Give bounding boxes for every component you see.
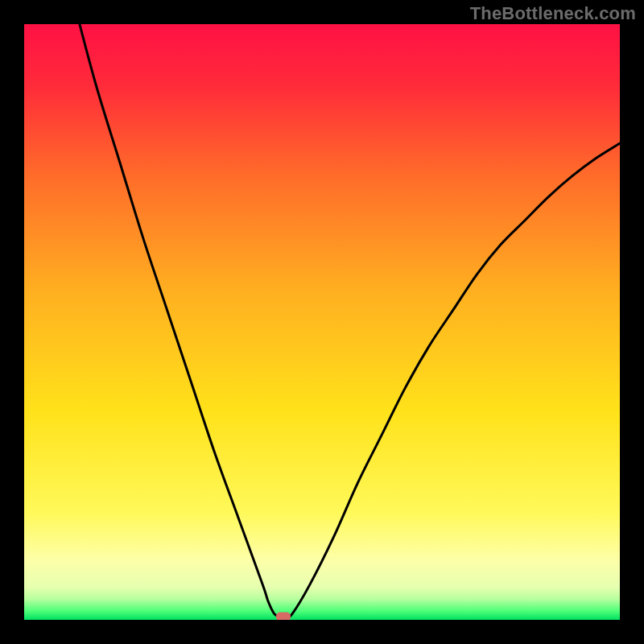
- plot-area: [24, 24, 620, 620]
- bottleneck-curve: [24, 24, 620, 620]
- optimal-point-marker: [276, 612, 291, 620]
- watermark-text: TheBottleneck.com: [470, 3, 636, 24]
- outer-frame: TheBottleneck.com: [0, 0, 644, 644]
